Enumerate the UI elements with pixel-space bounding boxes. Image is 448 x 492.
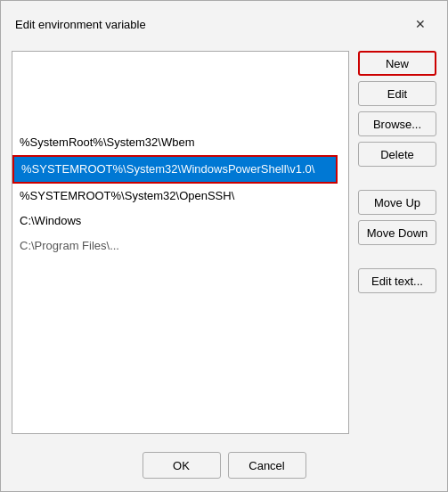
cancel-button[interactable]: Cancel [228, 452, 306, 479]
title-bar: Edit environment variable ✕ [1, 1, 447, 44]
delete-button[interactable]: Delete [358, 142, 436, 167]
list-item[interactable]: C:\Program Files\... [12, 234, 338, 258]
spacer [358, 250, 436, 263]
move-up-button[interactable]: Move Up [358, 190, 436, 215]
list-item[interactable] [12, 52, 338, 71]
buttons-panel: New Edit Browse... Delete Move Up Move D… [358, 51, 436, 434]
list-item[interactable]: %SYSTEMROOT%\System32\OpenSSH\ [12, 184, 338, 209]
list-items-wrapper: %SystemRoot%\System32\Wbem %SYSTEMROOT%\… [12, 52, 348, 258]
list-item[interactable] [12, 91, 338, 111]
list-item[interactable]: %SystemRoot%\System32\Wbem [12, 130, 338, 155]
edit-text-button[interactable]: Edit text... [358, 268, 436, 293]
list-item[interactable] [12, 71, 338, 91]
close-button[interactable]: ✕ [408, 12, 433, 37]
spacer [358, 172, 436, 184]
list-item[interactable] [12, 111, 338, 130]
new-button[interactable]: New [358, 51, 436, 76]
browse-button[interactable]: Browse... [358, 111, 436, 136]
dialog-footer: OK Cancel [1, 445, 447, 491]
list-item-selected[interactable]: %SYSTEMROOT%\System32\WindowsPowerShell\… [12, 155, 338, 184]
move-down-button[interactable]: Move Down [358, 220, 436, 245]
ok-button[interactable]: OK [143, 452, 221, 479]
dialog-title: Edit environment variable [15, 18, 146, 31]
edit-button[interactable]: Edit [358, 81, 436, 106]
edit-env-var-dialog: Edit environment variable ✕ %SystemRoot%… [0, 0, 448, 492]
list-item[interactable]: C:\Windows [12, 209, 338, 234]
env-var-list[interactable]: %SystemRoot%\System32\Wbem %SYSTEMROOT%\… [12, 51, 349, 434]
content-area: %SystemRoot%\System32\Wbem %SYSTEMROOT%\… [1, 44, 447, 445]
